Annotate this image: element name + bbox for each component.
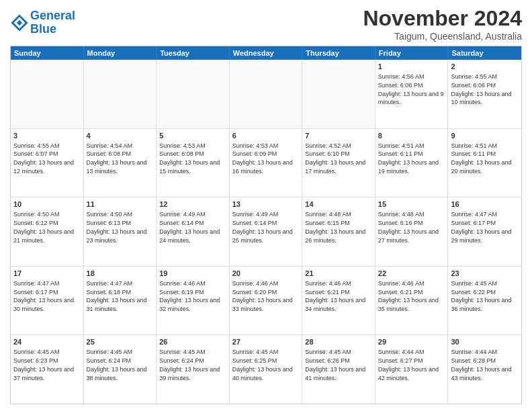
- day-number: 27: [232, 337, 300, 347]
- sunset-info: Sunset: 6:25 PM: [232, 357, 277, 364]
- sunrise-info: Sunrise: 4:48 AM: [378, 211, 425, 218]
- sunset-info: Sunset: 6:23 PM: [13, 357, 58, 364]
- day-number: 17: [13, 269, 81, 279]
- logo-icon: [10, 13, 29, 32]
- sunrise-info: Sunrise: 4:47 AM: [13, 280, 60, 287]
- sunset-info: Sunset: 6:17 PM: [13, 289, 58, 295]
- day-number: 16: [451, 199, 519, 210]
- daylight-info: Daylight: 13 hours and 38 minutes.: [87, 366, 147, 381]
- sunset-info: Sunset: 6:18 PM: [87, 289, 132, 295]
- daylight-info: Daylight: 13 hours and 16 minutes.: [232, 159, 293, 175]
- cal-cell-13: 13Sunrise: 4:49 AMSunset: 6:14 PMDayligh…: [230, 197, 303, 266]
- sunrise-info: Sunrise: 4:53 AM: [232, 142, 279, 149]
- cal-cell-23: 23Sunrise: 4:45 AMSunset: 6:22 PMDayligh…: [448, 267, 521, 335]
- daylight-info: Daylight: 13 hours and 10 minutes.: [451, 91, 511, 106]
- sunrise-info: Sunrise: 4:49 AM: [232, 211, 279, 218]
- sunrise-info: Sunrise: 4:47 AM: [451, 211, 497, 218]
- daylight-info: Daylight: 13 hours and 36 minutes.: [451, 297, 511, 312]
- sunset-info: Sunset: 6:26 PM: [305, 357, 350, 364]
- sunrise-info: Sunrise: 4:46 AM: [232, 280, 279, 287]
- cal-cell-11: 11Sunrise: 4:50 AMSunset: 6:13 PMDayligh…: [84, 197, 157, 266]
- sunset-info: Sunset: 6:17 PM: [451, 220, 496, 226]
- sunset-info: Sunset: 6:07 PM: [13, 150, 58, 157]
- cal-cell-16: 16Sunrise: 4:47 AMSunset: 6:17 PMDayligh…: [448, 197, 521, 266]
- sunrise-info: Sunrise: 4:53 AM: [159, 142, 206, 149]
- sunset-info: Sunset: 6:27 PM: [378, 357, 423, 364]
- daylight-info: Daylight: 13 hours and 23 minutes.: [87, 228, 147, 244]
- day-number: 23: [451, 269, 519, 279]
- sunset-info: Sunset: 6:06 PM: [378, 82, 423, 89]
- cal-cell-30: 30Sunrise: 4:44 AMSunset: 6:28 PMDayligh…: [448, 335, 521, 404]
- cal-cell-14: 14Sunrise: 4:48 AMSunset: 6:15 PMDayligh…: [302, 197, 375, 266]
- sunrise-info: Sunrise: 4:49 AM: [159, 211, 206, 218]
- location: Taigum, Queensland, Australia: [363, 31, 522, 42]
- cal-cell-25: 25Sunrise: 4:45 AMSunset: 6:24 PMDayligh…: [84, 335, 157, 404]
- sunrise-info: Sunrise: 4:51 AM: [451, 142, 497, 149]
- cal-cell-22: 22Sunrise: 4:46 AMSunset: 6:21 PMDayligh…: [375, 267, 449, 335]
- sunset-info: Sunset: 6:11 PM: [378, 150, 423, 157]
- cal-cell-12: 12Sunrise: 4:49 AMSunset: 6:14 PMDayligh…: [157, 197, 230, 266]
- daylight-info: Daylight: 13 hours and 33 minutes.: [232, 297, 293, 312]
- daylight-info: Daylight: 13 hours and 31 minutes.: [87, 297, 147, 312]
- day-number: 21: [305, 269, 372, 279]
- sunrise-info: Sunrise: 4:46 AM: [305, 280, 351, 287]
- sunrise-info: Sunrise: 4:50 AM: [13, 211, 60, 218]
- sunset-info: Sunset: 6:08 PM: [159, 150, 204, 157]
- sunset-info: Sunset: 6:24 PM: [159, 357, 204, 364]
- daylight-info: Daylight: 13 hours and 40 minutes.: [232, 366, 293, 381]
- cal-cell-18: 18Sunrise: 4:47 AMSunset: 6:18 PMDayligh…: [84, 267, 157, 335]
- cal-cell-empty: [302, 60, 375, 128]
- day-number: 18: [87, 269, 154, 279]
- day-number: 6: [232, 131, 300, 141]
- sunrise-info: Sunrise: 4:54 AM: [87, 142, 133, 149]
- sunset-info: Sunset: 6:14 PM: [159, 220, 204, 226]
- cal-row-2: 10Sunrise: 4:50 AMSunset: 6:12 PMDayligh…: [11, 197, 521, 266]
- cal-cell-28: 28Sunrise: 4:45 AMSunset: 6:26 PMDayligh…: [302, 335, 375, 404]
- sunset-info: Sunset: 6:24 PM: [87, 357, 132, 364]
- daylight-info: Daylight: 13 hours and 30 minutes.: [13, 297, 74, 312]
- daylight-info: Daylight: 13 hours and 12 minutes.: [13, 159, 74, 175]
- cal-cell-27: 27Sunrise: 4:45 AMSunset: 6:25 PMDayligh…: [230, 335, 303, 404]
- day-number: 8: [378, 131, 445, 141]
- daylight-info: Daylight: 13 hours and 20 minutes.: [451, 159, 511, 175]
- sunset-info: Sunset: 6:14 PM: [232, 220, 277, 226]
- cal-cell-6: 6Sunrise: 4:53 AMSunset: 6:09 PMDaylight…: [230, 129, 303, 197]
- day-number: 4: [87, 131, 154, 141]
- header: GeneralBlue November 2024 Taigum, Queens…: [10, 7, 522, 42]
- cal-cell-15: 15Sunrise: 4:48 AMSunset: 6:16 PMDayligh…: [375, 197, 449, 266]
- calendar-header: Sunday Monday Tuesday Wednesday Thursday…: [11, 46, 521, 60]
- cal-cell-1: 1Sunrise: 4:56 AMSunset: 6:06 PMDaylight…: [375, 60, 449, 128]
- cal-cell-26: 26Sunrise: 4:45 AMSunset: 6:24 PMDayligh…: [157, 335, 230, 404]
- day-number: 3: [13, 131, 81, 141]
- logo: GeneralBlue: [10, 9, 75, 36]
- day-number: 22: [378, 269, 445, 279]
- day-number: 19: [159, 269, 226, 279]
- daylight-info: Daylight: 13 hours and 35 minutes.: [378, 297, 439, 312]
- daylight-info: Daylight: 13 hours and 41 minutes.: [305, 366, 365, 381]
- sunrise-info: Sunrise: 4:45 AM: [87, 349, 133, 355]
- sunrise-info: Sunrise: 4:45 AM: [159, 349, 206, 355]
- sunrise-info: Sunrise: 4:45 AM: [451, 280, 497, 287]
- sunrise-info: Sunrise: 4:55 AM: [13, 142, 60, 149]
- cal-cell-5: 5Sunrise: 4:53 AMSunset: 6:08 PMDaylight…: [157, 129, 230, 197]
- sunrise-info: Sunrise: 4:44 AM: [378, 349, 425, 355]
- header-monday: Monday: [84, 46, 157, 60]
- cal-row-0: 1Sunrise: 4:56 AMSunset: 6:06 PMDaylight…: [11, 60, 521, 128]
- sunset-info: Sunset: 6:08 PM: [87, 150, 132, 157]
- cal-cell-29: 29Sunrise: 4:44 AMSunset: 6:27 PMDayligh…: [375, 335, 449, 404]
- sunrise-info: Sunrise: 4:45 AM: [13, 349, 60, 355]
- cal-row-3: 17Sunrise: 4:47 AMSunset: 6:17 PMDayligh…: [11, 266, 521, 335]
- day-number: 5: [159, 131, 226, 141]
- daylight-info: Daylight: 13 hours and 37 minutes.: [13, 366, 74, 381]
- sunrise-info: Sunrise: 4:55 AM: [451, 73, 497, 80]
- sunrise-info: Sunrise: 4:56 AM: [378, 73, 425, 80]
- cal-cell-8: 8Sunrise: 4:51 AMSunset: 6:11 PMDaylight…: [375, 129, 449, 197]
- daylight-info: Daylight: 13 hours and 9 minutes.: [378, 91, 444, 106]
- sunset-info: Sunset: 6:21 PM: [378, 289, 423, 295]
- sunrise-info: Sunrise: 4:45 AM: [232, 349, 279, 355]
- sunset-info: Sunset: 6:19 PM: [159, 289, 204, 295]
- cal-cell-10: 10Sunrise: 4:50 AMSunset: 6:12 PMDayligh…: [11, 197, 84, 266]
- sunset-info: Sunset: 6:12 PM: [13, 220, 58, 226]
- daylight-info: Daylight: 13 hours and 17 minutes.: [305, 159, 365, 175]
- sunrise-info: Sunrise: 4:46 AM: [378, 280, 425, 287]
